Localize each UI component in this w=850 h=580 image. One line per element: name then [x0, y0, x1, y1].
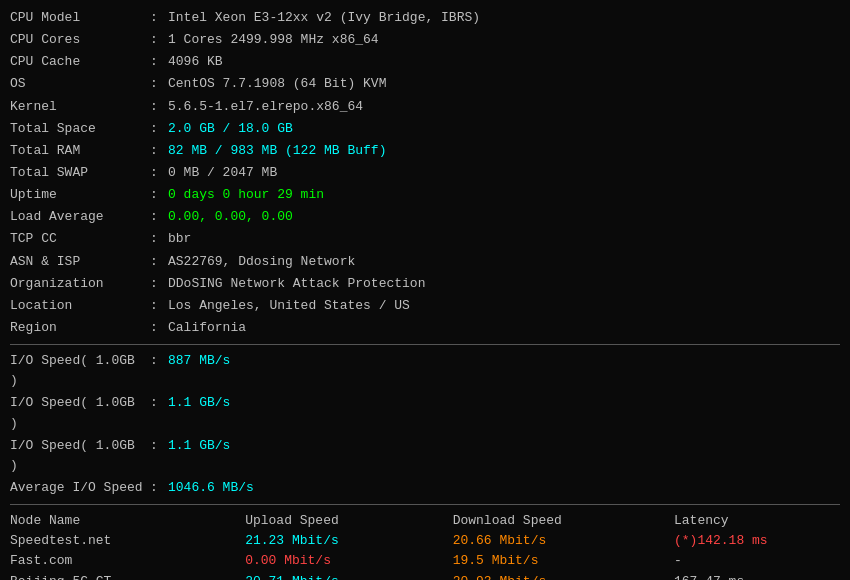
io-avg-label: Average I/O Speed — [10, 478, 150, 498]
table-cell-upload: 20.71 Mbit/s — [245, 572, 453, 580]
total-swap-row: Total SWAP : 0 MB / 2047 MB — [10, 163, 840, 183]
io-section: I/O Speed( 1.0GB ) : 887 MB/s I/O Speed(… — [10, 351, 840, 498]
io-avg-row: Average I/O Speed : 1046.6 MB/s — [10, 478, 840, 498]
speed-table: Node Name Upload Speed Download Speed La… — [10, 511, 840, 580]
total-ram-row: Total RAM : 82 MB / 983 MB (122 MB Buff) — [10, 141, 840, 161]
table-cell-upload: 21.23 Mbit/s — [245, 531, 453, 551]
load-avg-value: 0.00, 0.00, 0.00 — [168, 207, 293, 227]
cpu-model-label: CPU Model — [10, 8, 150, 28]
io-speed3-value: 1.1 GB/s — [168, 436, 230, 476]
org-label: Organization — [10, 274, 150, 294]
region-row: Region : California — [10, 318, 840, 338]
table-cell-latency: - — [674, 551, 840, 571]
table-row: Speedtest.net21.23 Mbit/s20.66 Mbit/s(*)… — [10, 531, 840, 551]
kernel-value: 5.6.5-1.el7.elrepo.x86_64 — [168, 97, 363, 117]
tcp-cc-value: bbr — [168, 229, 191, 249]
total-ram-value: 82 MB / 983 MB (122 MB Buff) — [168, 141, 386, 161]
table-cell-download: 20.66 Mbit/s — [453, 531, 674, 551]
io-speed2-value: 1.1 GB/s — [168, 393, 230, 433]
table-header-row: Node Name Upload Speed Download Speed La… — [10, 511, 840, 531]
table-cell-upload: 0.00 Mbit/s — [245, 551, 453, 571]
load-avg-row: Load Average : 0.00, 0.00, 0.00 — [10, 207, 840, 227]
col-header-latency: Latency — [674, 511, 840, 531]
col-header-download: Download Speed — [453, 511, 674, 531]
uptime-value: 0 days 0 hour 29 min — [168, 185, 324, 205]
cpu-model-row: CPU Model : Intel Xeon E3-12xx v2 (Ivy B… — [10, 8, 840, 28]
org-value: DDoSING Network Attack Protection — [168, 274, 425, 294]
io-avg-value: 1046.6 MB/s — [168, 478, 254, 498]
io-speed2-row: I/O Speed( 1.0GB ) : 1.1 GB/s — [10, 393, 840, 433]
speed-table-section: Node Name Upload Speed Download Speed La… — [10, 511, 840, 580]
system-info: CPU Model : Intel Xeon E3-12xx v2 (Ivy B… — [10, 8, 840, 338]
cpu-cores-value: 1 Cores 2499.998 MHz x86_64 — [168, 30, 379, 50]
os-row: OS : CentOS 7.7.1908 (64 Bit) KVM — [10, 74, 840, 94]
cpu-cores-label: CPU Cores — [10, 30, 150, 50]
os-label: OS — [10, 74, 150, 94]
kernel-row: Kernel : 5.6.5-1.el7.elrepo.x86_64 — [10, 97, 840, 117]
table-row: Fast.com0.00 Mbit/s19.5 Mbit/s- — [10, 551, 840, 571]
table-cell-node: Fast.com — [10, 551, 245, 571]
col-header-upload: Upload Speed — [245, 511, 453, 531]
table-cell-latency: 167.47 ms — [674, 572, 840, 580]
region-label: Region — [10, 318, 150, 338]
asn-label: ASN & ISP — [10, 252, 150, 272]
io-speed3-label: I/O Speed( 1.0GB ) — [10, 436, 150, 476]
io-speed2-label: I/O Speed( 1.0GB ) — [10, 393, 150, 433]
total-space-row: Total Space : 2.0 GB / 18.0 GB — [10, 119, 840, 139]
io-speed1-label: I/O Speed( 1.0GB ) — [10, 351, 150, 391]
location-row: Location : Los Angeles, United States / … — [10, 296, 840, 316]
total-space-value: 2.0 GB / 18.0 GB — [168, 119, 293, 139]
cpu-cores-row: CPU Cores : 1 Cores 2499.998 MHz x86_64 — [10, 30, 840, 50]
cpu-cache-row: CPU Cache : 4096 KB — [10, 52, 840, 72]
tcp-cc-row: TCP CC : bbr — [10, 229, 840, 249]
cpu-model-value: Intel Xeon E3-12xx v2 (Ivy Bridge, IBRS) — [168, 8, 480, 28]
table-cell-download: 19.5 Mbit/s — [453, 551, 674, 571]
cpu-cache-value: 4096 KB — [168, 52, 223, 72]
io-speed1-row: I/O Speed( 1.0GB ) : 887 MB/s — [10, 351, 840, 391]
load-avg-label: Load Average — [10, 207, 150, 227]
io-speed1-value: 887 MB/s — [168, 351, 230, 391]
uptime-label: Uptime — [10, 185, 150, 205]
table-cell-node: Beijing 5G CT — [10, 572, 245, 580]
table-cell-node: Speedtest.net — [10, 531, 245, 551]
table-row: Beijing 5G CT20.71 Mbit/s20.93 Mbit/s167… — [10, 572, 840, 580]
kernel-label: Kernel — [10, 97, 150, 117]
region-value: California — [168, 318, 246, 338]
asn-row: ASN & ISP : AS22769, Ddosing Network — [10, 252, 840, 272]
io-speed3-row: I/O Speed( 1.0GB ) : 1.1 GB/s — [10, 436, 840, 476]
total-swap-value: 0 MB / 2047 MB — [168, 163, 277, 183]
location-value: Los Angeles, United States / US — [168, 296, 410, 316]
divider-1 — [10, 344, 840, 345]
tcp-cc-label: TCP CC — [10, 229, 150, 249]
col-header-node: Node Name — [10, 511, 245, 531]
total-ram-label: Total RAM — [10, 141, 150, 161]
uptime-row: Uptime : 0 days 0 hour 29 min — [10, 185, 840, 205]
table-cell-latency: (*)142.18 ms — [674, 531, 840, 551]
org-row: Organization : DDoSING Network Attack Pr… — [10, 274, 840, 294]
location-label: Location — [10, 296, 150, 316]
total-swap-label: Total SWAP — [10, 163, 150, 183]
divider-2 — [10, 504, 840, 505]
cpu-cache-label: CPU Cache — [10, 52, 150, 72]
os-value: CentOS 7.7.1908 (64 Bit) KVM — [168, 74, 386, 94]
table-cell-download: 20.93 Mbit/s — [453, 572, 674, 580]
total-space-label: Total Space — [10, 119, 150, 139]
asn-value: AS22769, Ddosing Network — [168, 252, 355, 272]
